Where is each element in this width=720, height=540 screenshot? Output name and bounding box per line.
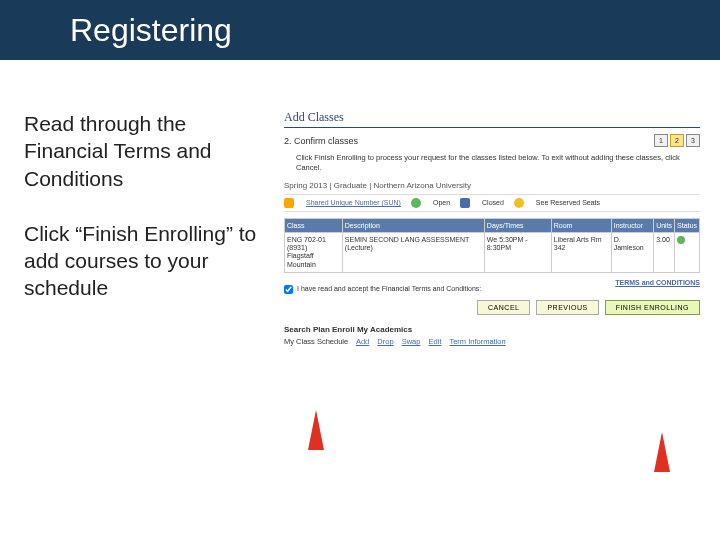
legend-closed: Closed [482,199,504,206]
cell-instructor: D. Jamieson [611,232,653,273]
page-title: Registering [70,12,232,49]
subtab-term[interactable]: Term Information [449,337,505,346]
terms-link[interactable]: TERMS and CONDITIONS [615,279,700,286]
th-days: Days/Times [484,218,551,232]
arrow-icon [308,410,324,450]
th-status: Status [675,218,700,232]
step-label: 2. Confirm classes [284,136,358,146]
cancel-button[interactable]: CANCEL [477,300,530,315]
term-info: Spring 2013 | Graduate | Northern Arizon… [284,181,700,190]
cell-status [675,232,700,273]
panel-heading: Add Classes [284,110,700,128]
step-3: 3 [686,134,700,147]
legend: Shared Unique Number (SUN) Open Closed S… [284,194,700,212]
instructions-pane: Read through the Financial Terms and Con… [24,110,264,346]
reserved-icon [514,198,524,208]
subtab-swap[interactable]: Swap [402,337,421,346]
step-1: 1 [654,134,668,147]
subtab-schedule[interactable]: My Class Schedule [284,337,348,346]
terms-checkbox[interactable] [284,285,293,294]
instruction-2: Click “Finish Enrolling” to add courses … [24,220,264,302]
step-2: 2 [670,134,684,147]
sun-link[interactable]: Shared Unique Number (SUN) [306,199,401,206]
previous-button[interactable]: PREVIOUS [536,300,598,315]
cell-days: We 5:30PM - 8:30PM [484,232,551,273]
enrollment-panel: Add Classes 2. Confirm classes 1 2 3 Cli… [284,110,700,346]
instruction-1: Read through the Financial Terms and Con… [24,110,264,192]
legend-reserved: See Reserved Seats [536,199,600,206]
legend-open: Open [433,199,450,206]
cell-desc: SEMIN SECOND LANG ASSESSMENT (Lecture) [342,232,484,273]
table-row: ENG 702-01 (8931) Flagstaff Mountain SEM… [285,232,700,273]
th-class: Class [285,218,343,232]
sub-tabs: My Class Schedule Add Drop Swap Edit Ter… [284,337,700,346]
title-bar: Registering [0,0,720,60]
subtab-edit[interactable]: Edit [429,337,442,346]
cell-room: Liberal Arts Rm 342 [551,232,611,273]
classes-table: Class Description Days/Times Room Instru… [284,218,700,274]
instruction-text: Click Finish Enrolling to process your r… [296,153,700,173]
finish-enrolling-button[interactable]: FINISH ENROLLING [605,300,700,315]
subtab-drop[interactable]: Drop [377,337,393,346]
status-open-icon [677,236,685,244]
step-indicator: 1 2 3 [654,134,700,147]
arrow-icon [654,432,670,472]
terms-checkbox-label: I have read and accept the Financial Ter… [297,285,481,292]
th-room: Room [551,218,611,232]
th-instructor: Instructor [611,218,653,232]
th-units: Units [654,218,675,232]
closed-icon [460,198,470,208]
primary-tabs[interactable]: Search Plan Enroll My Academics [284,325,700,334]
th-desc: Description [342,218,484,232]
table-header-row: Class Description Days/Times Room Instru… [285,218,700,232]
sun-icon [284,198,294,208]
open-icon [411,198,421,208]
cell-units: 3.00 [654,232,675,273]
subtab-add[interactable]: Add [356,337,369,346]
cell-class: ENG 702-01 (8931) Flagstaff Mountain [285,232,343,273]
